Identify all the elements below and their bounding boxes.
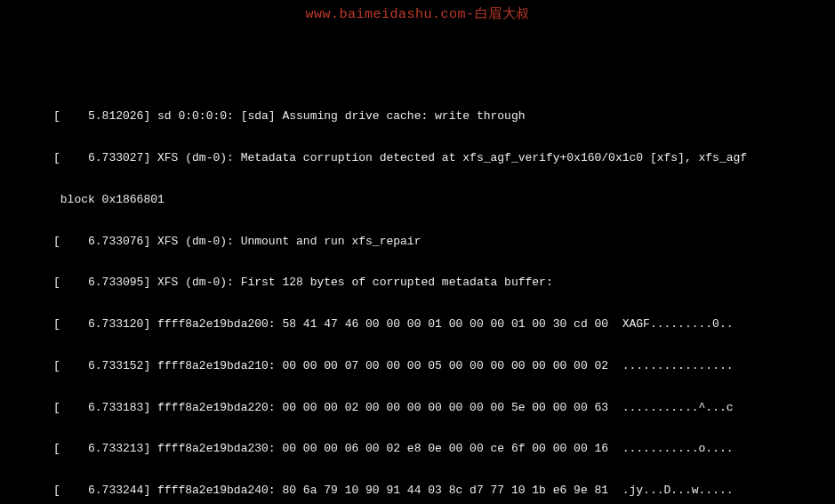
log-line: [ 5.812026] sd 0:0:0:0: [sda] Assuming d…	[53, 109, 817, 124]
log-line: [ 6.733120] ffff8a2e19bda200: 58 41 47 4…	[53, 317, 817, 332]
log-line: [ 6.733152] ffff8a2e19bda210: 00 00 00 0…	[53, 359, 817, 373]
terminal-output[interactable]: [ 5.812026] sd 0:0:0:0: [sda] Assuming d…	[53, 82, 817, 504]
log-line: [ 6.733244] ffff8a2e19bda240: 80 6a 79 1…	[53, 484, 817, 498]
watermark-text: www.baimeidashu.com-白眉大叔	[0, 7, 835, 23]
log-line: block 0x1866801	[53, 193, 817, 207]
log-line: [ 6.733213] ffff8a2e19bda230: 00 00 00 0…	[53, 442, 817, 456]
log-line: [ 6.733183] ffff8a2e19bda220: 00 00 00 0…	[53, 401, 817, 415]
log-line: [ 6.733076] XFS (dm-0): Unmount and run …	[53, 235, 817, 249]
log-line: [ 6.733095] XFS (dm-0): First 128 bytes …	[53, 276, 817, 290]
log-line: [ 6.733027] XFS (dm-0): Metadata corrupt…	[53, 151, 817, 165]
